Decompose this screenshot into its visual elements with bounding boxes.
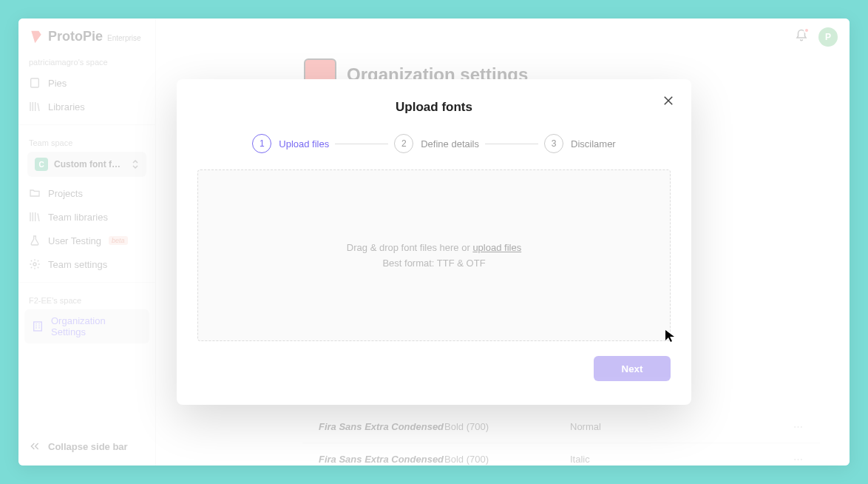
upload-files-link[interactable]: upload files — [472, 242, 521, 253]
modal-scrim[interactable]: Upload fonts 1 Upload files 2 Define det… — [18, 19, 850, 465]
dropzone[interactable]: Drag & drop font files here or upload fi… — [197, 169, 671, 341]
step-connector — [335, 144, 388, 144]
modal-title: Upload fonts — [177, 79, 691, 121]
step-num: 3 — [544, 134, 563, 153]
next-button[interactable]: Next — [594, 356, 671, 381]
app-window: ProtoPie Enterprise patriciamagro's spac… — [18, 19, 850, 465]
close-icon[interactable] — [662, 94, 675, 107]
step-label: Upload files — [279, 138, 329, 149]
dropzone-prefix: Drag & drop font files here or — [347, 242, 473, 253]
step-1: 1 Upload files — [252, 134, 329, 153]
step-label: Discilamer — [571, 138, 616, 149]
stepper: 1 Upload files 2 Define details 3 Discil… — [177, 121, 691, 169]
dropzone-text: Drag & drop font files here or upload fi… — [347, 242, 521, 253]
dropzone-hint: Best format: TTF & OTF — [382, 258, 485, 269]
step-label: Define details — [421, 138, 479, 149]
step-num: 2 — [394, 134, 413, 153]
step-connector — [485, 144, 538, 144]
step-3: 3 Discilamer — [544, 134, 616, 153]
step-num: 1 — [252, 134, 271, 153]
upload-fonts-modal: Upload fonts 1 Upload files 2 Define det… — [177, 79, 691, 405]
step-2: 2 Define details — [394, 134, 479, 153]
